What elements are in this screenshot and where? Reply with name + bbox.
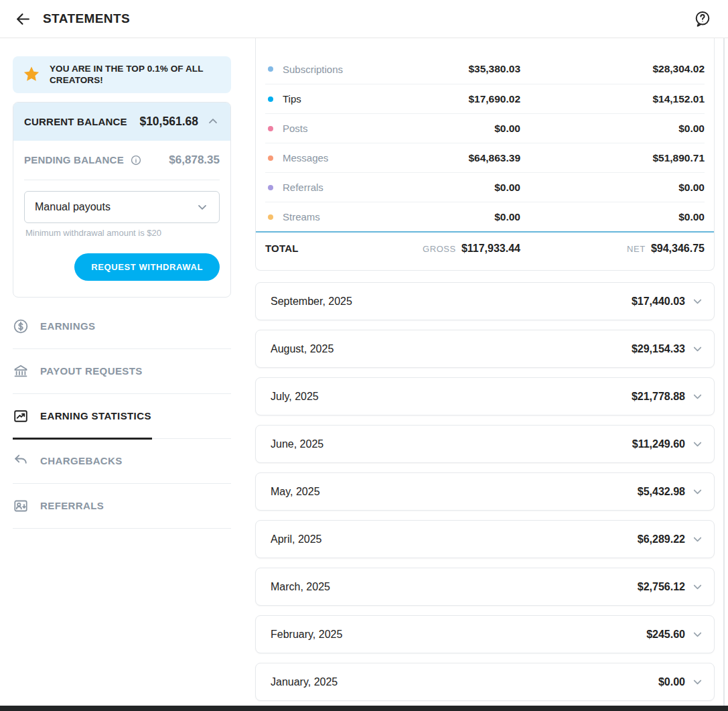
series-net-value: $51,890.71 (520, 152, 705, 164)
month-statement-row[interactable]: September, 2025 $17,440.03 (255, 282, 715, 320)
statistics-row[interactable]: Referrals $0.00 $0.00 (265, 172, 705, 202)
sidebar-item-label: PAYOUT REQUESTS (40, 365, 143, 377)
month-statement-row[interactable]: March, 2025 $2,756.12 (255, 568, 715, 606)
series-label: Tips (283, 93, 301, 105)
sidebar-item-label: EARNING STATISTICS (40, 410, 151, 422)
arrow-left-icon (15, 11, 31, 27)
series-net-value: $0.00 (520, 211, 705, 223)
month-label: September, 2025 (271, 296, 352, 308)
statistics-row[interactable]: Tips $17,690.02 $14,152.01 (265, 84, 705, 113)
chevron-down-icon (691, 438, 704, 450)
top-creator-banner: YOU ARE IN THE TOP 0.1% OF ALL CREATORS! (13, 56, 231, 93)
month-statement-row[interactable]: May, 2025 $5,432.98 (255, 472, 715, 511)
sidebar-item-label: REFERRALS (40, 500, 104, 511)
series-label: Messages (283, 152, 328, 164)
month-label: March, 2025 (271, 581, 330, 593)
month-label: January, 2025 (271, 676, 338, 688)
chart-icon (13, 408, 29, 424)
total-row: TOTAL GROSS$117,933.44 NET$94,346.75 (256, 234, 714, 263)
balance-card: CURRENT BALANCE $10,561.68 PENDING BALAN… (13, 102, 231, 298)
statements-main: Subscriptions $35,380.03 $28,304.02 Tips… (255, 38, 715, 701)
bottom-edge-bar (0, 706, 728, 711)
back-button[interactable] (11, 7, 35, 31)
series-gross-value: $0.00 (494, 211, 520, 223)
pending-balance-row: PENDING BALANCE $6,878.35 (24, 153, 220, 167)
sidebar-item-label: EARNINGS (40, 320, 95, 332)
month-amount: $2,756.12 (638, 581, 685, 593)
series-net-value: $0.00 (520, 182, 705, 194)
pending-balance-value: $6,878.35 (169, 153, 220, 167)
month-amount: $5,432.98 (638, 486, 685, 498)
sidebar-item-payout-requests[interactable]: PAYOUT REQUESTS (13, 349, 231, 394)
undo-icon (13, 453, 29, 469)
content-area: YOU ARE IN THE TOP 0.1% OF ALL CREATORS!… (0, 38, 728, 701)
divider (24, 180, 220, 180)
statistics-row[interactable]: Streams $0.00 $0.00 (265, 202, 705, 231)
sidebar: YOU ARE IN THE TOP 0.1% OF ALL CREATORS!… (13, 56, 231, 701)
help-button[interactable] (690, 7, 715, 31)
dollar-circle-icon (13, 318, 29, 334)
month-label: May, 2025 (271, 486, 320, 498)
sidebar-item-chargebacks[interactable]: CHARGEBACKS (13, 439, 231, 484)
statistics-row[interactable]: Posts $0.00 $0.00 (265, 113, 705, 143)
month-statement-row[interactable]: August, 2025 $29,154.33 (255, 330, 715, 368)
payout-mode-select[interactable]: Manual payouts (24, 191, 220, 223)
series-gross-value: $0.00 (494, 123, 520, 135)
current-balance-label: CURRENT BALANCE (24, 116, 127, 127)
chevron-down-icon (196, 200, 209, 214)
gross-total-value: $117,933.44 (461, 243, 520, 254)
sidebar-nav: EARNINGS PAYOUT REQUESTS (13, 304, 231, 529)
month-amount: $17,440.03 (632, 296, 685, 308)
sidebar-item-referrals[interactable]: REFERRALS (13, 484, 231, 529)
series-dot (268, 66, 273, 72)
net-label: NET (627, 244, 646, 254)
balance-card-body: PENDING BALANCE $6,878.35 Manual payouts (13, 141, 230, 297)
chevron-up-icon (206, 115, 220, 128)
series-label: Referrals (283, 182, 323, 193)
chevron-down-icon (691, 580, 704, 593)
month-statement-row[interactable]: June, 2025 $11,249.60 (255, 425, 715, 463)
month-amount: $29,154.33 (632, 343, 685, 355)
series-gross-value: $17,690.02 (468, 93, 520, 105)
page-title: STATEMENTS (43, 11, 130, 26)
month-statement-row[interactable]: January, 2025 $0.00 (255, 663, 715, 701)
payout-mode-value: Manual payouts (35, 201, 111, 213)
chevron-down-icon (691, 485, 704, 498)
chevron-down-icon (691, 342, 704, 355)
request-withdrawal-button[interactable]: REQUEST WITHDRAWAL (74, 253, 220, 281)
statistics-row[interactable]: Subscriptions $35,380.03 $28,304.02 (265, 54, 705, 84)
series-gross-value: $64,863.39 (468, 152, 520, 164)
earning-statistics-card: Subscriptions $35,380.03 $28,304.02 Tips… (255, 38, 715, 271)
sidebar-item-earning-statistics[interactable]: EARNING STATISTICS (13, 394, 231, 439)
sidebar-item-label: CHARGEBACKS (40, 455, 123, 466)
month-amount: $21,778.88 (632, 391, 685, 403)
month-statement-row[interactable]: April, 2025 $6,289.22 (255, 520, 715, 558)
month-statement-row[interactable]: February, 2025 $245.60 (255, 615, 715, 653)
chevron-down-icon (691, 390, 704, 403)
series-label: Streams (283, 211, 320, 222)
statistics-rows: Subscriptions $35,380.03 $28,304.02 Tips… (265, 54, 705, 231)
series-net-value: $28,304.02 (520, 63, 705, 75)
chevron-down-icon (691, 675, 704, 688)
series-net-value: $0.00 (520, 123, 705, 135)
month-amount: $245.60 (646, 629, 685, 641)
referral-card-icon (13, 498, 29, 514)
help-bubble-icon (694, 10, 711, 27)
sidebar-item-earnings[interactable]: EARNINGS (13, 304, 231, 349)
month-statement-row[interactable]: July, 2025 $21,778.88 (255, 377, 715, 415)
total-divider (256, 231, 714, 233)
month-label: June, 2025 (271, 438, 323, 450)
current-balance-toggle[interactable]: CURRENT BALANCE $10,561.68 (13, 103, 230, 141)
pending-balance-label: PENDING BALANCE (24, 154, 124, 166)
gross-label: GROSS (423, 244, 456, 254)
month-label: February, 2025 (271, 629, 342, 641)
top-creator-text: YOU ARE IN THE TOP 0.1% OF ALL CREATORS! (50, 63, 222, 86)
series-dot (268, 155, 273, 161)
month-amount: $11,249.60 (632, 438, 685, 450)
net-total-value: $94,346.75 (651, 243, 705, 254)
info-icon[interactable] (130, 154, 142, 166)
series-dot (268, 214, 273, 220)
chevron-down-icon (691, 628, 704, 641)
scrollbar[interactable] (723, 38, 725, 706)
statistics-row[interactable]: Messages $64,863.39 $51,890.71 (265, 143, 705, 172)
